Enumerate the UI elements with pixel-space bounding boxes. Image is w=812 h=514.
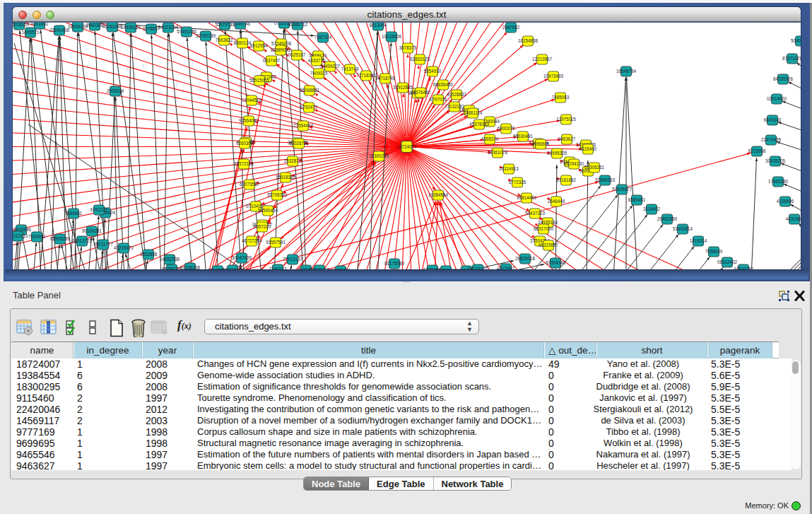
- svg-text:77718341: 77718341: [356, 73, 377, 78]
- svg-text:01995305: 01995305: [547, 151, 567, 156]
- svg-text:24273167: 24273167: [468, 267, 488, 269]
- svg-text:63212233: 63212233: [13, 233, 28, 238]
- svg-text:3114402: 3114402: [643, 206, 661, 211]
- svg-text:30435205: 30435205: [765, 158, 786, 163]
- svg-text:44834782: 44834782: [734, 267, 754, 269]
- svg-text:02014620: 02014620: [767, 96, 787, 101]
- svg-text:62833125: 62833125: [410, 57, 430, 62]
- svg-text:17483380: 17483380: [768, 179, 789, 184]
- svg-text:49528831: 49528831: [447, 92, 467, 97]
- svg-text:6792470: 6792470: [300, 105, 318, 110]
- svg-text:8912954: 8912954: [250, 43, 268, 48]
- svg-text:88317010: 88317010: [534, 226, 554, 231]
- svg-text:60313721: 60313721: [72, 238, 93, 243]
- svg-text:12975115: 12975115: [556, 117, 576, 122]
- svg-text:56068831: 56068831: [300, 88, 320, 93]
- svg-text:7357224: 7357224: [314, 35, 332, 40]
- svg-text:75513137: 75513137: [283, 257, 303, 262]
- svg-text:71049746: 71049746: [230, 23, 251, 26]
- svg-text:46281948: 46281948: [102, 24, 123, 29]
- svg-text:27654444: 27654444: [293, 123, 314, 128]
- svg-text:4956605: 4956605: [532, 141, 550, 146]
- svg-text:66836450: 66836450: [433, 82, 454, 87]
- svg-text:4365370: 4365370: [481, 136, 499, 141]
- svg-text:54590454: 54590454: [258, 208, 278, 213]
- svg-text:93814449: 93814449: [517, 195, 537, 200]
- svg-text:18300295: 18300295: [369, 153, 389, 158]
- svg-text:3878375: 3878375: [399, 45, 417, 50]
- svg-text:3852808: 3852808: [140, 252, 158, 257]
- svg-text:26018159: 26018159: [13, 23, 29, 27]
- svg-text:6849340: 6849340: [764, 117, 782, 122]
- svg-text:95711777: 95711777: [93, 242, 113, 247]
- svg-text:8660124: 8660124: [234, 40, 252, 45]
- svg-text:2905334: 2905334: [107, 88, 124, 93]
- svg-text:91805888: 91805888: [310, 267, 330, 269]
- svg-text:87371678: 87371678: [782, 56, 801, 61]
- svg-text:26114913: 26114913: [499, 166, 519, 171]
- svg-text:50400088: 50400088: [791, 38, 801, 43]
- svg-text:2972997: 2972997: [498, 266, 515, 269]
- svg-text:2687682: 2687682: [502, 25, 520, 30]
- svg-text:7485063: 7485063: [552, 95, 570, 100]
- svg-text:52760189: 52760189: [196, 33, 216, 38]
- svg-text:61073587: 61073587: [240, 182, 260, 187]
- svg-text:0025167: 0025167: [288, 52, 306, 57]
- svg-text:8215958: 8215958: [748, 148, 766, 153]
- svg-text:7413748: 7413748: [341, 66, 359, 71]
- svg-text:4126906: 4126906: [777, 199, 794, 204]
- svg-text:66306261: 66306261: [584, 165, 605, 170]
- svg-text:16154838: 16154838: [518, 38, 539, 43]
- svg-text:54499207: 54499207: [320, 64, 341, 69]
- svg-text:08312402: 08312402: [717, 259, 738, 264]
- svg-text:15618365: 15618365: [276, 175, 296, 180]
- svg-text:7866661: 7866661: [65, 211, 83, 216]
- svg-text:22470455: 22470455: [761, 137, 782, 142]
- svg-text:1405571: 1405571: [22, 30, 40, 35]
- svg-text:80175989: 80175989: [384, 261, 405, 266]
- svg-text:54323194: 54323194: [158, 25, 179, 30]
- svg-text:7058649: 7058649: [705, 249, 723, 254]
- svg-text:83726167: 83726167: [436, 268, 457, 269]
- svg-text:6400376: 6400376: [498, 126, 515, 131]
- svg-text:28820018: 28820018: [515, 256, 536, 261]
- svg-text:65294130: 65294130: [564, 161, 584, 166]
- svg-text:56515055: 56515055: [249, 78, 270, 83]
- svg-text:6957220: 6957220: [254, 224, 271, 229]
- svg-text:19218506: 19218506: [382, 34, 402, 39]
- svg-text:0837407: 0837407: [263, 58, 281, 63]
- svg-text:57491186: 57491186: [177, 29, 196, 34]
- svg-text:18033401: 18033401: [331, 268, 351, 269]
- svg-text:51505877: 51505877: [612, 187, 632, 192]
- svg-text:7924402: 7924402: [28, 234, 46, 239]
- svg-text:6797016: 6797016: [430, 97, 447, 102]
- svg-text:13044516: 13044516: [242, 98, 262, 103]
- svg-text:6761222: 6761222: [90, 207, 108, 212]
- svg-text:90109281: 90109281: [82, 228, 102, 233]
- svg-text:18724007: 18724007: [396, 144, 417, 149]
- svg-text:6772326: 6772326: [509, 180, 526, 185]
- svg-text:93557591: 93557591: [266, 240, 286, 245]
- svg-text:26462889: 26462889: [657, 216, 678, 221]
- svg-text:16648784: 16648784: [616, 69, 637, 74]
- svg-text:85995289: 85995289: [50, 236, 71, 241]
- svg-text:2646446: 2646446: [548, 199, 565, 204]
- svg-text:45378383: 45378383: [469, 122, 490, 127]
- svg-text:39336338: 39336338: [180, 265, 201, 269]
- svg-text:2532870: 2532870: [284, 158, 302, 163]
- svg-text:65630481: 65630481: [513, 134, 534, 139]
- svg-text:8301661: 8301661: [31, 23, 49, 26]
- svg-text:50047439: 50047439: [232, 255, 252, 260]
- svg-text:54437323: 54437323: [525, 211, 546, 216]
- svg-text:5354930: 5354930: [424, 69, 442, 74]
- svg-text:8813054: 8813054: [370, 23, 387, 28]
- svg-text:62361078: 62361078: [488, 150, 508, 155]
- svg-text:18609139: 18609139: [68, 24, 88, 29]
- svg-text:60026751: 60026751: [289, 141, 310, 146]
- svg-text:46727204: 46727204: [242, 238, 262, 243]
- svg-text:7290222: 7290222: [269, 267, 287, 269]
- svg-text:04718746: 04718746: [375, 76, 396, 81]
- svg-text:91564041: 91564041: [239, 118, 259, 123]
- svg-text:1419314: 1419314: [690, 238, 707, 243]
- svg-text:7409319: 7409319: [310, 71, 328, 76]
